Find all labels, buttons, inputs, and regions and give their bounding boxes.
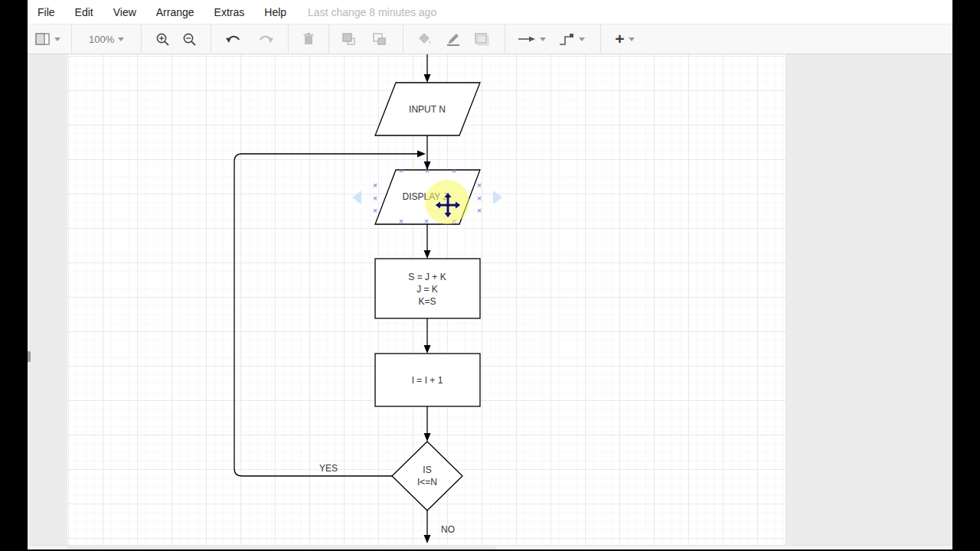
node-decision: IS I<=N [392, 442, 462, 510]
node-increment: I = I + 1 [375, 354, 480, 406]
menu-extras[interactable]: Extras [214, 6, 245, 18]
to-front-icon [341, 32, 357, 46]
arrowhead-icon [424, 74, 431, 83]
insert-shape-button[interactable]: + [612, 28, 637, 51]
connection-arrow-icon [518, 34, 536, 44]
connection-point-icon[interactable]: × [373, 206, 377, 215]
chevron-down-icon [579, 37, 585, 41]
connection-arrow-button[interactable] [514, 28, 549, 51]
node-input-label: INPUT N [409, 104, 446, 115]
edge-label-no: NO [441, 524, 455, 535]
menu-view[interactable]: View [113, 6, 136, 18]
panel-collapse-handle[interactable] [28, 351, 31, 362]
node-process: S = J + K J = K K=S [375, 259, 480, 318]
to-back-button[interactable] [369, 28, 390, 51]
arrowhead-icon [424, 433, 431, 442]
hover-arrow-left-icon[interactable] [352, 191, 361, 204]
line-color-icon [445, 32, 462, 46]
line-color-button[interactable] [442, 28, 465, 51]
zoom-in-button[interactable] [152, 28, 173, 51]
node-process-line2: J = K [416, 284, 438, 295]
trash-icon [302, 32, 315, 46]
canvas-area: INPUT N DISPLAY J × × × × × × × × × × [28, 54, 952, 549]
connection-point-icon[interactable]: × [477, 206, 482, 215]
toolbar-separator [403, 24, 403, 54]
waypoint-connector-icon [558, 32, 575, 46]
arrowhead-icon [424, 535, 431, 543]
connection-point-icon[interactable]: × [477, 181, 482, 190]
connection-point-icon[interactable]: × [399, 217, 403, 226]
zoom-level-value: 100% [89, 34, 114, 45]
zoom-out-icon [182, 32, 197, 47]
connection-point-icon[interactable]: × [373, 181, 377, 190]
zoom-level-dropdown[interactable]: 100% [86, 28, 127, 51]
redo-icon [257, 33, 274, 45]
drawio-window: File Edit View Arrange Extras Help Last … [28, 0, 952, 549]
menu-arrange[interactable]: Arrange [156, 6, 194, 18]
menu-edit[interactable]: Edit [75, 6, 93, 18]
delete-button[interactable] [299, 28, 318, 51]
undo-button[interactable] [222, 28, 245, 51]
toolbar: 100% [28, 24, 952, 54]
chevron-down-icon [54, 37, 60, 41]
page-view-button[interactable] [32, 28, 64, 51]
toolbar-separator [505, 24, 505, 54]
hover-arrow-right-icon[interactable] [493, 191, 502, 204]
menu-file[interactable]: File [38, 6, 55, 18]
arrowhead-icon [424, 250, 431, 259]
redo-button[interactable] [254, 28, 277, 51]
toolbar-separator [328, 24, 329, 54]
connection-point-icon[interactable]: × [425, 166, 430, 175]
node-input: INPUT N [375, 83, 480, 135]
connection-point-icon[interactable]: × [424, 217, 429, 226]
node-decision-shape[interactable] [392, 442, 462, 510]
zoom-in-icon [155, 32, 170, 47]
toolbar-separator [288, 24, 289, 54]
fill-color-button[interactable] [414, 28, 436, 51]
to-front-button[interactable] [338, 28, 360, 51]
node-decision-line2: I<=N [417, 477, 437, 487]
arrowhead-icon [424, 345, 431, 354]
chevron-down-icon [629, 37, 635, 41]
toolbar-separator [211, 24, 211, 54]
shadow-icon [474, 32, 489, 46]
flowchart-diagram: INPUT N DISPLAY J × × × × × × × × × × [28, 54, 952, 549]
shadow-button[interactable] [471, 28, 492, 51]
connection-point-icon[interactable]: × [399, 166, 403, 175]
toolbar-separator [600, 24, 601, 54]
edge-label-yes: YES [319, 463, 338, 474]
chevron-down-icon [540, 37, 546, 41]
node-decision-line1: IS [423, 465, 431, 475]
node-process-line3: K=S [418, 296, 436, 307]
chevron-down-icon [118, 37, 124, 41]
plus-icon: + [615, 31, 624, 47]
waypoint-connector-button[interactable] [555, 28, 588, 51]
toolbar-separator [141, 24, 142, 54]
node-increment-label: I = I + 1 [412, 375, 443, 386]
connection-point-icon[interactable]: × [477, 194, 482, 203]
menu-bar: File Edit View Arrange Extras Help Last … [28, 0, 952, 24]
undo-icon [225, 33, 242, 45]
last-change-status: Last change 8 minutes ago [308, 6, 436, 18]
toolbar-separator [71, 24, 72, 54]
to-back-icon [372, 32, 387, 46]
menu-help[interactable]: Help [264, 6, 286, 18]
connection-point-icon[interactable]: × [373, 194, 377, 203]
connection-point-icon[interactable]: × [452, 166, 456, 175]
page-view-icon [35, 33, 51, 46]
node-process-line1: S = J + K [408, 272, 446, 282]
zoom-out-button[interactable] [179, 28, 200, 51]
arrowhead-icon [417, 151, 426, 158]
fill-color-icon [417, 32, 433, 46]
